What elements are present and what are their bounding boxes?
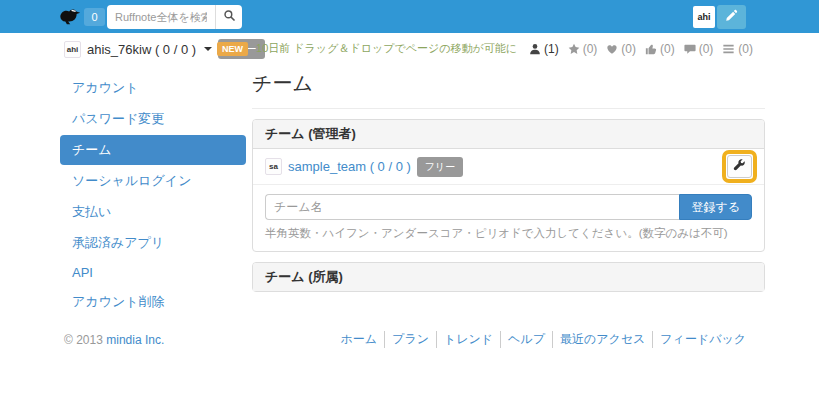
- footer-link-home[interactable]: ホーム: [334, 331, 386, 348]
- top-navbar: 0 ahi: [0, 0, 819, 33]
- page-title: チーム: [252, 62, 765, 109]
- chevron-down-icon[interactable]: [204, 47, 212, 51]
- new-badge: NEW: [217, 42, 248, 56]
- team-avatar: sa: [265, 158, 282, 175]
- sidebar-item-api[interactable]: API: [60, 259, 246, 286]
- search-button[interactable]: [215, 5, 242, 29]
- likes-stat[interactable]: (0): [606, 42, 636, 56]
- followers-stat[interactable]: (1): [529, 42, 559, 56]
- team-name-input[interactable]: [265, 194, 679, 220]
- heart-icon: [606, 43, 618, 55]
- user-mini-avatar[interactable]: ahi: [64, 41, 81, 58]
- news-and-stats: NEW 10日前 ドラッグ＆ドロップでページの移動が可能に (1) (0): [217, 41, 753, 56]
- footer-link-plan[interactable]: プラン: [385, 331, 437, 348]
- copyright: © 2013 mindia Inc.: [64, 333, 164, 347]
- page: 0 ahi ahi ahis_76kiw ( 0 / 0 ) フリー NEW 1…: [0, 0, 819, 401]
- team-settings-wrap: [727, 155, 752, 178]
- sidebar-item-team[interactable]: チーム: [60, 135, 246, 165]
- notification-count-badge[interactable]: 0: [84, 8, 105, 26]
- activity-stat[interactable]: (0): [722, 42, 753, 56]
- new-note-button[interactable]: [717, 5, 746, 29]
- user-avatar[interactable]: ahi: [693, 6, 715, 28]
- team-link[interactable]: sample_team ( 0 / 0 ): [288, 159, 411, 174]
- footer-link-feedback[interactable]: フィードバック: [653, 331, 753, 348]
- global-search: [107, 5, 242, 29]
- news-link[interactable]: 10日前 ドラッグ＆ドロップでページの移動が可能に: [256, 41, 517, 56]
- sidebar-item-account[interactable]: アカウント: [60, 73, 246, 103]
- team-name-helper-text: 半角英数・ハイフン・アンダースコア・ピリオドで入力してください。(数字のみは不可…: [265, 226, 752, 241]
- team-admin-panel: チーム (管理者) sa sample_team ( 0 / 0 ) フリー: [252, 119, 765, 252]
- thumbs-up-stat[interactable]: (0): [645, 42, 675, 56]
- sidebar-item-approved-apps[interactable]: 承認済みアプリ: [60, 228, 246, 258]
- sidebar-item-password[interactable]: パスワード変更: [60, 104, 246, 134]
- create-team-form: 登録する 半角英数・ハイフン・アンダースコア・ピリオドで入力してください。(数字…: [253, 185, 764, 251]
- list-icon: [722, 43, 735, 55]
- user-stats: (1) (0) (0): [529, 42, 753, 56]
- footer-link-help[interactable]: ヘルプ: [501, 331, 553, 348]
- sidebar-item-social-login[interactable]: ソーシャルログイン: [60, 166, 246, 196]
- user-icon: [529, 43, 541, 55]
- thumbs-up-icon: [645, 43, 657, 55]
- stars-stat[interactable]: (0): [568, 42, 598, 56]
- comment-icon: [684, 43, 696, 55]
- username-dropdown[interactable]: ahis_76kiw ( 0 / 0 ): [87, 42, 196, 57]
- register-button[interactable]: 登録する: [679, 194, 752, 220]
- footer-link-trend[interactable]: トレンド: [437, 331, 501, 348]
- team-member-panel: チーム (所属): [252, 262, 765, 292]
- footer-link-recent-access[interactable]: 最近のアクセス: [553, 331, 653, 348]
- team-row: sa sample_team ( 0 / 0 ) フリー: [253, 149, 764, 185]
- search-icon: [223, 9, 236, 25]
- footer-links: ホーム プラン トレンド ヘルプ 最近のアクセス フィードバック: [334, 331, 753, 348]
- ruffnote-bird-logo-icon[interactable]: [57, 4, 82, 29]
- user-context-bar: ahi ahis_76kiw ( 0 / 0 ) フリー NEW 10日前 ドラ…: [0, 33, 819, 63]
- copyright-text: © 2013: [64, 333, 103, 347]
- team-name-input-group: 登録する: [265, 194, 752, 220]
- footer: © 2013 mindia Inc. ホーム プラン トレンド ヘルプ 最近のア…: [64, 331, 753, 348]
- wrench-icon: [733, 159, 746, 175]
- team-member-panel-header: チーム (所属): [253, 263, 764, 291]
- star-icon: [568, 43, 580, 55]
- sidebar-item-payment[interactable]: 支払い: [60, 197, 246, 227]
- team-settings-button[interactable]: [727, 155, 752, 178]
- pencil-icon: [725, 9, 738, 25]
- sidebar-item-delete-account[interactable]: アカウント削除: [60, 287, 246, 317]
- main-content: チーム チーム (管理者) sa sample_team ( 0 / 0 ) フ…: [252, 62, 765, 292]
- settings-sidebar: アカウント パスワード変更 チーム ソーシャルログイン 支払い 承認済みアプリ …: [60, 73, 246, 318]
- search-input[interactable]: [107, 5, 215, 29]
- team-plan-badge: フリー: [417, 157, 463, 177]
- comments-stat[interactable]: (0): [684, 42, 714, 56]
- company-link[interactable]: mindia Inc.: [106, 333, 164, 347]
- team-admin-panel-header: チーム (管理者): [253, 120, 764, 149]
